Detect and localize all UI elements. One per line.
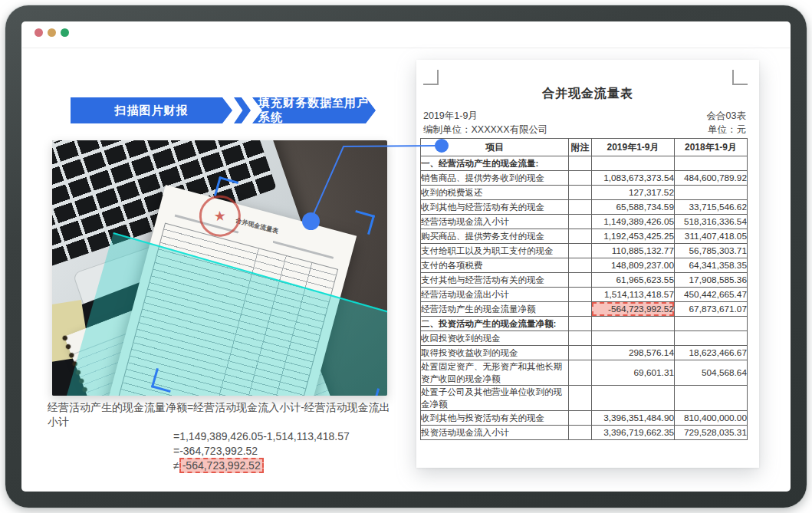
table-cell bbox=[569, 386, 592, 411]
report-unit: 单位：元 bbox=[708, 123, 746, 136]
table-cell: 1,192,453,425.25 bbox=[592, 229, 675, 244]
titlebar-divider bbox=[22, 48, 790, 48]
table-cell bbox=[569, 171, 592, 186]
table-row: 经营活动现金流入小计1,149,389,426.05518,316,336.54 bbox=[421, 215, 748, 229]
scan-corner-bracket-tr bbox=[350, 210, 375, 235]
table-row: 支付的各项税费148,809,237.0064,341,358.35 bbox=[421, 258, 748, 273]
flow-step-scan: 扫描图片财报 bbox=[71, 97, 232, 123]
report-period: 2019年1-9月 bbox=[423, 109, 478, 123]
not-equal-symbol: ≠ bbox=[173, 459, 179, 472]
table-row: 收到其他与投资活动有关的现金3,396,351,484.90810,400,00… bbox=[421, 411, 748, 426]
calc-line-1: 经营活动产生的现金流量净额=经营活动现金流入小计-经营活动现金流出小计 bbox=[48, 400, 400, 429]
table-cell bbox=[569, 215, 592, 229]
table-cell: 处置子公司及其他营业单位收到的现金净额 bbox=[421, 386, 569, 411]
table-cell: 69,601.31 bbox=[592, 360, 675, 386]
table-cell: 取得投资收益收到的现金 bbox=[421, 346, 569, 360]
table-cell bbox=[592, 386, 675, 411]
table-cell: 67,873,671.07 bbox=[675, 302, 748, 317]
table-body: 一、经营活动产生的现金流量:销售商品、提供劳务收到的现金1,083,673,37… bbox=[421, 156, 748, 440]
table-cell: 298,576.14 bbox=[592, 346, 675, 360]
calc-annotation: 经营活动产生的现金流量净额=经营活动现金流入小计-经营活动现金流出小计 =1,1… bbox=[48, 400, 400, 473]
table-cell: 64,341,358.35 bbox=[675, 258, 748, 273]
mismatch-value-flag: -564,723,992.52 bbox=[179, 458, 264, 473]
table-cell: 729,528,035.31 bbox=[675, 426, 748, 440]
table-cell: 1,083,673,373.54 bbox=[592, 171, 675, 186]
table-cell bbox=[569, 411, 592, 426]
table-cell: 支付其他与经营活动有关的现金 bbox=[421, 273, 569, 288]
report-title: 合并现金流量表 bbox=[416, 86, 759, 102]
table-cell bbox=[569, 302, 592, 317]
table-cell bbox=[569, 346, 592, 360]
anchor-dot-photo bbox=[302, 212, 320, 230]
table-cell bbox=[569, 317, 592, 331]
report-form-code: 会合03表 bbox=[707, 109, 746, 123]
table-cell: 65,588,734.59 bbox=[592, 200, 675, 215]
table-row: 取得投资收益收到的现金298,576.1418,623,466.67 bbox=[421, 346, 748, 360]
table-row: 收回投资收到的现金 bbox=[421, 331, 748, 346]
table-cell: 148,809,237.00 bbox=[592, 258, 675, 273]
table-cell bbox=[592, 317, 675, 331]
table-row: 购买商品、提供劳务支付的现金1,192,453,425.25311,407,41… bbox=[421, 229, 748, 244]
app-window: 扫描图片财报 填充财务数据至用户系统 合并现金流量表 ★ 经营活动产 bbox=[0, 0, 812, 513]
table-cell: 经营活动产生的现金流量净额 bbox=[421, 302, 569, 317]
calc-line-4: ≠-564,723,992.52 bbox=[48, 459, 400, 473]
table-cell: 收到其他与经营活动有关的现金 bbox=[421, 200, 569, 215]
table-cell bbox=[675, 317, 748, 331]
table-cell: 经营活动现金流出小计 bbox=[421, 288, 569, 302]
traffic-lights bbox=[35, 28, 69, 37]
report-meta: 2019年1-9月 会合03表 编制单位：XXXXXX有限公司 单位：元 bbox=[423, 109, 746, 136]
table-cell bbox=[675, 331, 748, 346]
crop-mark-right-icon bbox=[732, 70, 748, 85]
table-cell bbox=[569, 288, 592, 302]
table-cell: 1,514,113,418.57 bbox=[592, 288, 675, 302]
table-cell: 450,442,665.47 bbox=[675, 288, 748, 302]
table-row: 支付其他与经营活动有关的现金61,965,623.5517,908,585.36 bbox=[421, 273, 748, 288]
report-prepared-by: 编制单位：XXXXXX有限公司 bbox=[423, 123, 548, 136]
table-cell: 收回投资收到的现金 bbox=[421, 331, 569, 346]
column-header-1: 附注 bbox=[569, 139, 592, 156]
table-row: 处置子公司及其他营业单位收到的现金净额 bbox=[421, 386, 748, 411]
flow-step-fill: 填充财务数据至用户系统 bbox=[252, 97, 376, 123]
column-header-3: 2018年1-9月 bbox=[675, 139, 748, 156]
scanned-photo: 合并现金流量表 ★ bbox=[52, 140, 387, 396]
table-row: 经营活动现金流出小计1,514,113,418.57450,442,665.47 bbox=[421, 288, 748, 302]
highlighted-cell: -564,723,992.52 bbox=[592, 302, 675, 317]
table-cell bbox=[569, 426, 592, 440]
table-cell: 504,568.64 bbox=[675, 360, 748, 386]
table-cell bbox=[569, 360, 592, 386]
table-cell: 33,715,546.62 bbox=[675, 200, 748, 215]
table-cell bbox=[569, 229, 592, 244]
table-cell: 3,396,351,484.90 bbox=[592, 411, 675, 426]
table-cell: 18,623,466.67 bbox=[675, 346, 748, 360]
traffic-light-minimize[interactable] bbox=[48, 28, 56, 37]
column-header-0: 项目 bbox=[421, 139, 569, 156]
table-cell bbox=[569, 273, 592, 288]
report-page: 合并现金流量表 2019年1-9月 会合03表 编制单位：XXXXXX有限公司 … bbox=[416, 60, 759, 468]
table-cell: 110,885,132.77 bbox=[592, 244, 675, 258]
traffic-light-zoom[interactable] bbox=[61, 28, 69, 37]
flow-step-fill-label: 填充财务数据至用户系统 bbox=[258, 96, 376, 125]
table-cell: 484,600,789.92 bbox=[675, 171, 748, 186]
traffic-light-close[interactable] bbox=[35, 28, 43, 37]
table-cell: 一、经营活动产生的现金流量: bbox=[421, 156, 569, 171]
calc-line-3: =-364,723,992.52 bbox=[48, 444, 400, 459]
table-row: 处置固定资产、无形资产和其他长期资产收回的现金净额69,601.31504,56… bbox=[421, 360, 748, 386]
table-cell: 3,396,719,662.35 bbox=[592, 426, 675, 440]
table-cell: 支付给职工以及为职工支付的现金 bbox=[421, 244, 569, 258]
table-cell bbox=[675, 156, 748, 171]
table-cell: 支付的各项税费 bbox=[421, 258, 569, 273]
table-row: 一、经营活动产生的现金流量: bbox=[421, 156, 748, 171]
table-cell bbox=[569, 200, 592, 215]
table-cell bbox=[569, 186, 592, 200]
table-cell: 1,149,389,426.05 bbox=[592, 215, 675, 229]
table-cell: 收到的税费返还 bbox=[421, 186, 569, 200]
table-row: 收到其他与经营活动有关的现金65,588,734.5933,715,546.62 bbox=[421, 200, 748, 215]
table-cell: 17,908,585.36 bbox=[675, 273, 748, 288]
table-cell: 56,785,303.71 bbox=[675, 244, 748, 258]
table-cell bbox=[569, 156, 592, 171]
crop-mark-left-icon bbox=[423, 70, 439, 85]
calc-line-2: =1,149,389,426.05-1,514,113,418.57 bbox=[48, 429, 400, 444]
table-cell bbox=[675, 186, 748, 200]
table-cell: 处置固定资产、无形资产和其他长期资产收回的现金净额 bbox=[421, 360, 569, 386]
table-cell bbox=[592, 156, 675, 171]
